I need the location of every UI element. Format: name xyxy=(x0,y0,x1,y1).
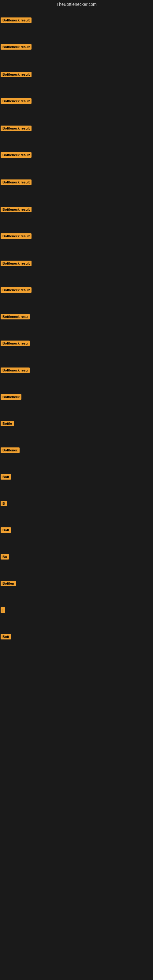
bottleneck-item: Bottleneck result xyxy=(1,287,32,294)
bottleneck-item: Bottleneck result xyxy=(1,261,32,267)
bottleneck-item: Bottle xyxy=(1,421,14,428)
bottleneck-badge[interactable]: Bottleneck result xyxy=(1,152,32,158)
bottleneck-badge[interactable]: Bottleneck resu xyxy=(1,368,30,373)
bottleneck-badge[interactable]: Bottleneck result xyxy=(1,18,32,23)
bottleneck-item: Bottleneck resu xyxy=(1,340,30,347)
bottleneck-item: Bottleneck result xyxy=(1,18,32,24)
bottleneck-badge[interactable]: B xyxy=(1,501,7,506)
bottleneck-badge[interactable]: Bottleneck result xyxy=(1,98,32,104)
bottleneck-item: Bottleneck result xyxy=(1,72,32,78)
bottleneck-badge[interactable]: Bottleneck xyxy=(1,394,21,400)
bottleneck-badge[interactable]: Bottleneck result xyxy=(1,72,32,77)
bottleneck-item: | xyxy=(1,607,5,614)
bottleneck-item: Bottleneck resu xyxy=(1,368,30,374)
bottleneck-badge[interactable]: Bottleneck resu xyxy=(1,340,30,346)
bottleneck-item: Bottlen xyxy=(1,581,16,587)
bottleneck-badge[interactable]: Bottlenec xyxy=(1,447,19,453)
bottleneck-item: B xyxy=(1,501,7,508)
bottleneck-badge[interactable]: Bottle xyxy=(1,421,14,426)
bottleneck-badge[interactable]: Bottleneck result xyxy=(1,233,32,239)
bottleneck-item: Bott xyxy=(1,527,11,534)
bottleneck-badge[interactable]: Bottleneck resu xyxy=(1,314,30,320)
bottleneck-badge[interactable]: Bottleneck result xyxy=(1,261,32,266)
bottleneck-item: Bottleneck result xyxy=(1,180,32,186)
bottleneck-badge[interactable]: Bott xyxy=(1,474,11,480)
bottleneck-badge[interactable]: Bott xyxy=(1,634,11,640)
page-container: TheBottlenecker.com Bottleneck resultBot… xyxy=(0,0,153,980)
bottleneck-badge[interactable]: Bottleneck result xyxy=(1,126,32,131)
bottleneck-item: Bottleneck resu xyxy=(1,314,30,321)
bottleneck-item: Bottleneck result xyxy=(1,44,32,51)
bottleneck-item: Bottleneck result xyxy=(1,126,32,132)
bottleneck-badge[interactable]: Bottlen xyxy=(1,581,16,586)
bottleneck-item: Bottleneck xyxy=(1,394,21,401)
bottleneck-item: Bottleneck result xyxy=(1,98,32,105)
site-title: TheBottlenecker.com xyxy=(0,0,153,9)
bottleneck-badge[interactable]: Bottleneck result xyxy=(1,287,32,293)
bottleneck-badge[interactable]: Bott xyxy=(1,527,11,533)
bottleneck-item: Bottleneck result xyxy=(1,152,32,159)
bottleneck-item: Bott xyxy=(1,634,11,641)
bottleneck-badge[interactable]: Bottleneck result xyxy=(1,44,32,49)
bottleneck-badge[interactable]: Bo xyxy=(1,554,9,560)
bottleneck-item: Bott xyxy=(1,474,11,481)
bottleneck-item: Bo xyxy=(1,554,9,561)
bottleneck-badge[interactable]: | xyxy=(1,607,5,613)
bottleneck-badge[interactable]: Bottleneck result xyxy=(1,207,32,212)
bottleneck-item: Bottleneck result xyxy=(1,233,32,240)
bottleneck-item: Bottlenec xyxy=(1,447,19,454)
bottleneck-badge[interactable]: Bottleneck result xyxy=(1,180,32,185)
bottleneck-item: Bottleneck result xyxy=(1,207,32,213)
